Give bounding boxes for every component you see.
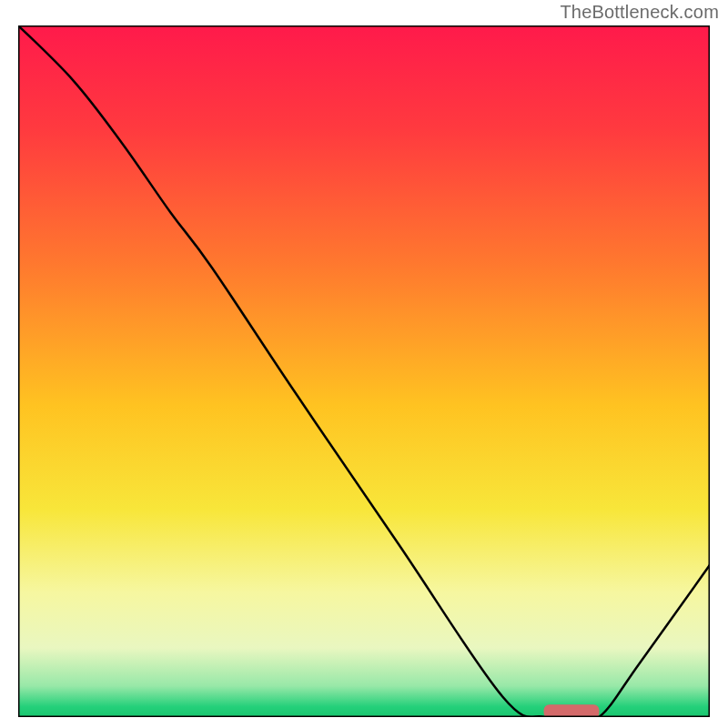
bottleneck-chart (18, 25, 710, 717)
optimal-range-marker (544, 704, 600, 717)
watermark-text: TheBottleneck.com (560, 2, 719, 23)
chart-svg (18, 25, 710, 717)
chart-background (18, 25, 710, 717)
